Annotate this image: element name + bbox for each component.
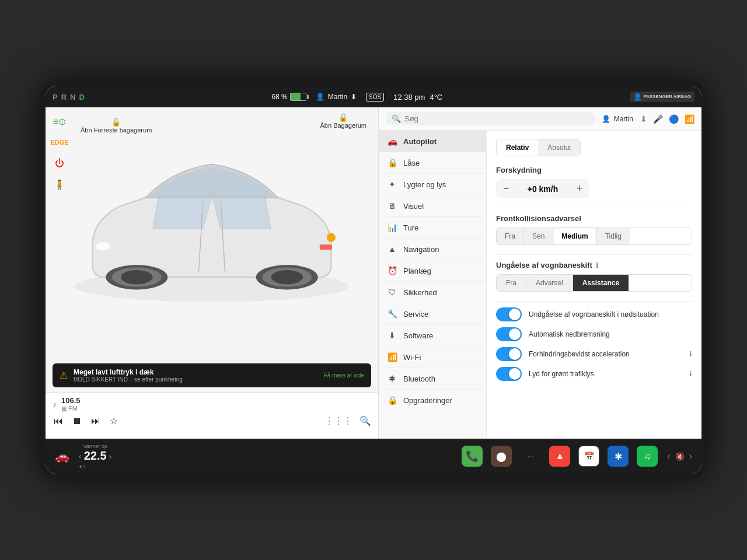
search-box[interactable]: 🔍 — [386, 112, 595, 125]
rear-trunk-label[interactable]: 🔓 Åbn Bagagerum — [320, 113, 367, 129]
search-icon: 🔍 — [392, 114, 401, 123]
relative-button[interactable]: Relativ — [497, 139, 538, 156]
battery-icon — [290, 93, 306, 101]
battery-fill — [291, 93, 301, 100]
screen: P R N D 68 % 👤 Martin ⬇ SOS — [46, 86, 701, 474]
menu-visual[interactable]: 🖥 Visuel — [379, 195, 486, 217]
user-info[interactable]: 👤 Martin ⬇ — [316, 93, 357, 101]
navigation-app[interactable]: ▲ — [549, 446, 570, 467]
spotify-app[interactable]: ♫ — [637, 446, 658, 467]
temp-increase-button[interactable]: › — [109, 452, 112, 461]
stop-button[interactable]: ⏹ — [71, 415, 83, 428]
prnd-selector[interactable]: P R N D — [53, 93, 85, 102]
obstacle-accel-toggle[interactable] — [496, 347, 522, 361]
prnd-r[interactable]: R — [61, 93, 67, 102]
front-trunk-label[interactable]: 🔓 Åbn Forreste bagagerum — [81, 118, 152, 134]
software-icon: ⬇ — [387, 331, 397, 340]
volume-button[interactable]: 🔇 — [675, 452, 685, 461]
alert-link[interactable]: Få mere at vide — [324, 372, 364, 379]
bluetooth-menu-icon: ✱ — [387, 374, 397, 383]
lane-fra[interactable]: Fra — [497, 275, 526, 291]
auto-brake-label: Automatisk nedbremsning — [529, 330, 692, 338]
nav-right-button[interactable]: › — [689, 451, 692, 461]
more-apps[interactable]: ··· — [520, 446, 541, 467]
main-content: ≡⊙ EDGE ⏻ 🧍 🔓 Åbn Forreste bagagerum 🔓 Å… — [46, 107, 701, 439]
next-button[interactable]: ⏭ — [90, 415, 102, 428]
menu-autopilot-label: Autopilot — [403, 137, 437, 146]
menu-laase[interactable]: 🔒 Låse — [379, 152, 486, 174]
collision-fra[interactable]: Fra — [497, 228, 524, 244]
menu-lights[interactable]: ✦ Lygter og lys — [379, 174, 486, 195]
menu-software-label: Software — [403, 331, 433, 340]
menu-navigation[interactable]: ▲ Navigation — [379, 239, 486, 260]
speed-decrease[interactable]: − — [503, 183, 509, 195]
equalizer-button[interactable]: ⋮⋮⋮ — [324, 415, 352, 426]
prnd-n[interactable]: N — [70, 93, 75, 102]
media-info: ♪ 106.5 ▦ FM — [53, 396, 371, 412]
lane-advarsel[interactable]: Advarsel — [526, 275, 573, 291]
toggle-auto-brake: Automatisk nedbremsning — [496, 327, 692, 341]
sos-label[interactable]: SOS — [366, 93, 384, 102]
phone-app[interactable]: 📞 — [462, 446, 483, 467]
bottom-car-icon[interactable]: 🚗 — [55, 449, 69, 463]
auto-brake-toggle[interactable] — [496, 327, 522, 341]
menu-bluetooth-label: Bluetooth — [403, 374, 435, 383]
obstacle-accel-label: Forhindringsbevidst acceleration — [529, 350, 682, 358]
menu-software[interactable]: ⬇ Software — [379, 325, 486, 346]
lane-assistance[interactable]: Assistance — [573, 275, 629, 291]
favorite-button[interactable]: ☆ — [109, 414, 119, 428]
download-icon[interactable]: ⬇ — [640, 114, 647, 124]
battery-display: 68 % — [271, 93, 306, 101]
nav-left-button[interactable]: ‹ — [667, 451, 670, 461]
menu-service[interactable]: 🔧 Service — [379, 303, 486, 325]
divider-3 — [496, 301, 692, 302]
bluetooth-app[interactable]: ✱ — [608, 446, 629, 467]
settings-content: Relativ Absolut Forskydning − — [487, 131, 701, 439]
menu-bluetooth[interactable]: ✱ Bluetooth — [379, 368, 486, 390]
collision-medium[interactable]: Medium — [553, 228, 596, 244]
collision-sen[interactable]: Sen — [524, 228, 553, 244]
toggles-section: Undgåelse af vognbaneskift i nødsituatio… — [496, 307, 692, 381]
trips-icon: 📊 — [387, 223, 397, 232]
prnd-p[interactable]: P — [53, 93, 58, 102]
toggle-emergency-lane: Undgåelse af vognbaneskift i nødsituatio… — [496, 307, 692, 321]
collision-tidlig[interactable]: Tidlig — [597, 228, 630, 244]
status-bar-username: Martin — [328, 93, 347, 101]
prnd-d[interactable]: D — [79, 93, 84, 102]
schedule-icon: ⏰ — [387, 266, 397, 275]
battery-percent: 68 % — [271, 93, 287, 101]
lights-icon: ✦ — [387, 180, 397, 189]
camera-app[interactable]: ⬤ — [491, 446, 512, 467]
menu-trips[interactable]: 📊 Ture — [379, 217, 486, 239]
settings-container: 🚗 Autopilot 🔒 Låse ✦ Lygter og lys — [379, 131, 701, 439]
speed-label: Forskydning — [496, 166, 692, 174]
menu-schedule-label: Planlæg — [403, 267, 431, 275]
search-media-button[interactable]: 🔍 — [359, 415, 371, 426]
menu-safety[interactable]: 🛡 Sikkerhed — [379, 282, 486, 303]
right-panel-inner: 🔍 👤 Martin ⬇ 🎤 🔵 📶 — [379, 107, 701, 439]
bluetooth-header-icon[interactable]: 🔵 — [669, 114, 679, 124]
prev-button[interactable]: ⏮ — [53, 415, 64, 428]
menu-autopilot[interactable]: 🚗 Autopilot — [379, 131, 486, 152]
menu-schedule[interactable]: ⏰ Planlæg — [379, 260, 486, 282]
speed-increase[interactable]: + — [576, 183, 582, 195]
status-bar: P R N D 68 % 👤 Martin ⬇ SOS — [46, 86, 701, 107]
temp-decrease-button[interactable]: ‹ — [79, 452, 82, 461]
header-user: 👤 Martin — [602, 115, 633, 123]
search-input[interactable] — [404, 114, 502, 123]
climate-seat-icons: ⬥⬦ — [79, 463, 111, 469]
green-light-toggle[interactable] — [496, 367, 522, 381]
alert-icon: ⚠ — [60, 370, 68, 381]
divider-2 — [496, 254, 692, 255]
header-icons: ⬇ 🎤 🔵 📶 — [640, 114, 694, 124]
menu-wifi[interactable]: 📶 Wi-Fi — [379, 346, 486, 368]
media-player: ♪ 106.5 ▦ FM ⏮ ⏹ ⏭ — [46, 392, 378, 439]
right-header: 🔍 👤 Martin ⬇ 🎤 🔵 📶 — [379, 107, 701, 131]
emergency-lane-toggle[interactable] — [496, 307, 522, 321]
microphone-icon[interactable]: 🎤 — [653, 114, 663, 124]
volume-controls: ‹ 🔇 › — [667, 451, 692, 461]
menu-upgrades[interactable]: 🔒 Opgraderinger — [379, 390, 486, 411]
speed-mode-toggle[interactable]: Relativ Absolut — [496, 139, 581, 156]
calendar-app[interactable]: 📅 — [578, 446, 599, 467]
absolute-button[interactable]: Absolut — [538, 139, 580, 156]
